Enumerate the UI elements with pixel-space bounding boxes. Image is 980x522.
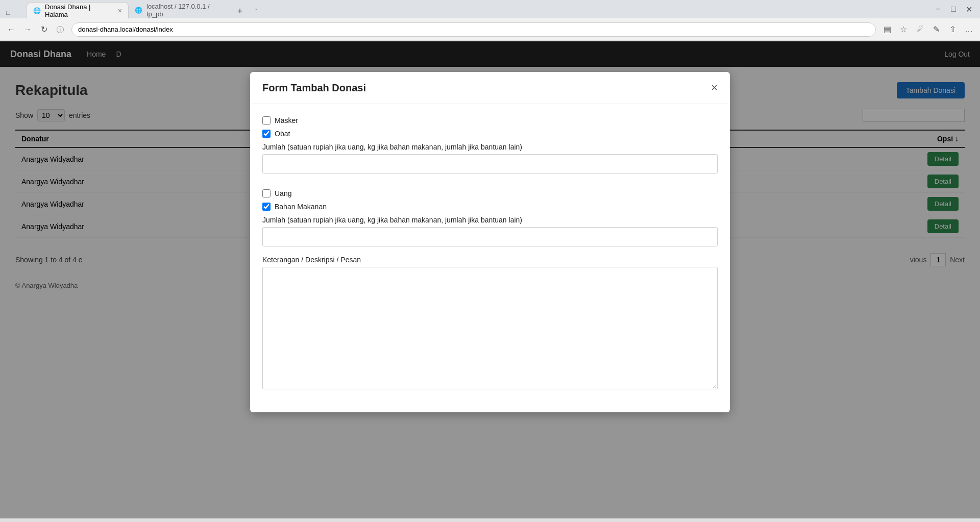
restore-window-icon[interactable]: □ bbox=[946, 2, 961, 16]
obat-checkbox[interactable] bbox=[262, 130, 271, 138]
obat-label: Obat bbox=[275, 130, 290, 138]
bahan-makanan-label: Bahan Makanan bbox=[275, 203, 327, 211]
modal-dialog: Form Tambah Donasi × Masker Obat Jumlah … bbox=[250, 72, 730, 412]
close-window-icon[interactable]: ✕ bbox=[962, 2, 976, 16]
address-bar[interactable] bbox=[71, 22, 876, 37]
tab-favicon-1: 🌐 bbox=[33, 7, 41, 14]
masker-checkbox-row: Masker bbox=[262, 116, 718, 125]
minimize-icon[interactable]: – bbox=[14, 8, 22, 16]
share-icon[interactable]: ⇧ bbox=[945, 22, 960, 37]
more-icon[interactable]: … bbox=[962, 22, 976, 37]
jumlah-label-2: Jumlah (satuan rupiah jika uang, kg jika… bbox=[262, 216, 718, 224]
tab-dropdown-button[interactable]: ˅ bbox=[249, 4, 263, 18]
uang-checkbox-row: Uang bbox=[262, 189, 718, 197]
jumlah-label-1: Jumlah (satuan rupiah jika uang, kg jika… bbox=[262, 143, 718, 151]
secure-icon: i bbox=[55, 24, 65, 35]
tab-label-2: localhost / 127.0.0.1 / fp_pb bbox=[146, 3, 225, 18]
obat-checkbox-row: Obat bbox=[262, 130, 718, 138]
bookmark-icon[interactable]: ☆ bbox=[896, 22, 911, 37]
back-button[interactable]: ← bbox=[4, 22, 18, 37]
bahan-makanan-checkbox-row: Bahan Makanan bbox=[262, 203, 718, 211]
tab-label-1: Donasi Dhana | Halama bbox=[45, 3, 112, 18]
restore-icon[interactable]: □ bbox=[4, 8, 12, 16]
modal-header: Form Tambah Donasi × bbox=[250, 72, 730, 104]
forward-button[interactable]: → bbox=[20, 22, 35, 37]
keterangan-textarea[interactable] bbox=[262, 267, 718, 389]
tab-favicon-2: 🌐 bbox=[135, 7, 142, 14]
jumlah-input-2[interactable] bbox=[262, 227, 718, 246]
modal-overlay[interactable]: Form Tambah Donasi × Masker Obat Jumlah … bbox=[0, 41, 980, 518]
tab-active[interactable]: 🌐 Donasi Dhana | Halama × bbox=[27, 2, 129, 18]
uang-checkbox[interactable] bbox=[262, 189, 271, 197]
new-tab-button[interactable]: + bbox=[233, 4, 247, 18]
reader-view-icon[interactable]: ▤ bbox=[880, 22, 894, 37]
minimize-window-icon[interactable]: − bbox=[931, 2, 945, 16]
reload-button[interactable]: ↻ bbox=[37, 22, 51, 37]
divider-1 bbox=[262, 183, 718, 183]
tab-inactive[interactable]: 🌐 localhost / 127.0.0.1 / fp_pb bbox=[129, 2, 231, 18]
masker-checkbox[interactable] bbox=[262, 116, 271, 125]
jumlah-group-2: Jumlah (satuan rupiah jika uang, kg jika… bbox=[262, 216, 718, 246]
keterangan-label: Keterangan / Deskripsi / Pesan bbox=[262, 256, 718, 264]
jumlah-input-1[interactable] bbox=[262, 154, 718, 173]
modal-title: Form Tambah Donasi bbox=[262, 82, 366, 94]
modal-body: Masker Obat Jumlah (satuan rupiah jika u… bbox=[250, 104, 730, 412]
keterangan-group: Keterangan / Deskripsi / Pesan bbox=[262, 256, 718, 391]
collections-icon[interactable]: ☄ bbox=[913, 22, 927, 37]
tab-close-1[interactable]: × bbox=[118, 7, 122, 15]
uang-label: Uang bbox=[275, 189, 291, 197]
masker-label: Masker bbox=[275, 116, 298, 125]
pen-icon[interactable]: ✎ bbox=[929, 22, 943, 37]
svg-text:i: i bbox=[60, 28, 61, 33]
bahan-makanan-checkbox[interactable] bbox=[262, 203, 271, 211]
jumlah-group-1: Jumlah (satuan rupiah jika uang, kg jika… bbox=[262, 143, 718, 173]
modal-close-button[interactable]: × bbox=[711, 81, 718, 94]
